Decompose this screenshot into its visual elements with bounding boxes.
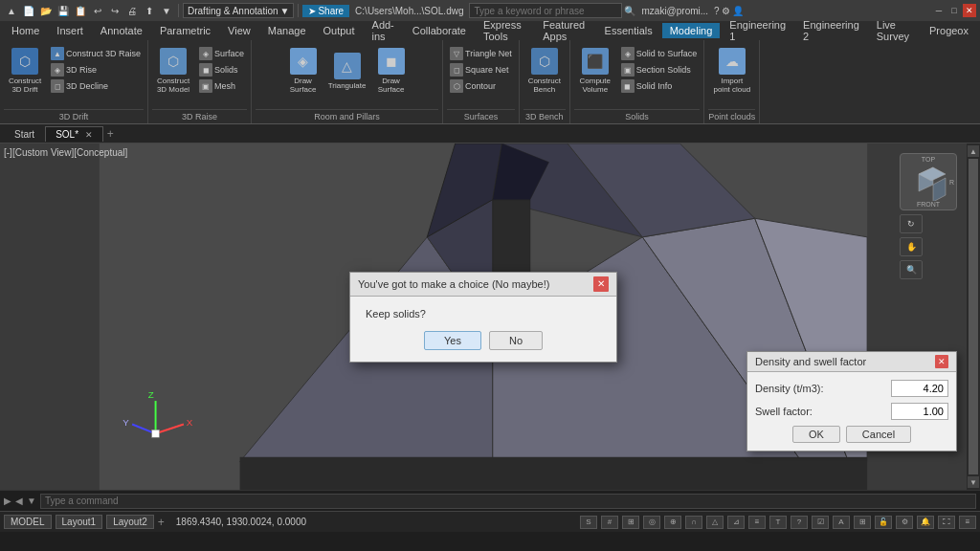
triangulate-btn[interactable]: △ Triangulate [326, 44, 368, 98]
modal-yes-button[interactable]: Yes [424, 331, 481, 350]
tab-start[interactable]: Start [4, 126, 45, 142]
draw-surface2-btn[interactable]: ◼ DrawSurface [370, 44, 412, 98]
publish-btn[interactable]: ⬆ [142, 3, 157, 18]
construct-3d-raise-btn[interactable]: ▲ Construct 3D Raise [48, 46, 144, 61]
surf-s3-btn[interactable]: ⬡ Contour [447, 78, 515, 94]
drift-sub2-btn[interactable]: ◻ 3D Decline [48, 78, 144, 94]
modal-no-button[interactable]: No [489, 331, 543, 350]
menu-insert[interactable]: Insert [49, 23, 91, 38]
osnap-btn[interactable]: ⊕ [664, 516, 681, 529]
3dosnap-btn[interactable]: △ [706, 516, 724, 529]
import-pointcloud-btn[interactable]: ☁ Importpoint cloud [711, 44, 753, 98]
coordinates-display: 1869.4340, 1930.0024, 0.0000 [176, 517, 306, 527]
new-tab-btn[interactable]: + [107, 127, 114, 141]
redo-btn[interactable]: ↪ [107, 3, 122, 18]
menu-progeox[interactable]: Progeox [922, 23, 976, 38]
surf-s2-btn[interactable]: ◻ Square Net [447, 62, 515, 77]
search-input[interactable] [469, 3, 622, 18]
separator-1 [178, 4, 179, 17]
modal-close-button[interactable]: ✕ [593, 276, 609, 292]
cmd-nav-icon[interactable]: ◀ [15, 496, 23, 506]
scroll-down-btn[interactable]: ▼ [968, 476, 979, 488]
anno-btn[interactable]: A [833, 516, 850, 529]
otrack-btn[interactable]: ∩ [685, 516, 702, 529]
command-prefix-icon: ▶ [4, 496, 11, 506]
hw-btn[interactable]: ⚙ [896, 516, 913, 529]
menu-annotate[interactable]: Annotate [93, 23, 150, 38]
dyn-btn[interactable]: ⊿ [727, 516, 745, 529]
sol-s1-btn[interactable]: ◈ Solid to Surface [618, 46, 701, 61]
layout2-tab[interactable]: Layout2 [106, 515, 154, 529]
menu-parametric[interactable]: Parametric [152, 23, 218, 38]
open-btn[interactable]: 📂 [38, 3, 54, 18]
snap-btn[interactable]: S [580, 516, 597, 529]
menu-essentials[interactable]: Essentials [597, 23, 660, 38]
ribbon-col-drift: ▲ Construct 3D Raise ◈ 3D Rise ◻ 3D Decl… [48, 44, 144, 94]
surf-s1-label: Triangle Net [465, 49, 512, 58]
settings-icon[interactable]: ⚙ [722, 6, 730, 16]
maximize-btn[interactable]: □ [947, 4, 961, 17]
custom-btn[interactable]: ≡ [959, 516, 976, 529]
ws-btn[interactable]: ⊞ [854, 516, 871, 529]
drift-sub1-btn[interactable]: ◈ 3D Rise [48, 62, 144, 77]
draw-surface-btn[interactable]: ◈ DrawSurface [282, 44, 324, 98]
help-icon[interactable]: ? [714, 6, 720, 16]
workspace-dropdown[interactable]: Drafting & Annotation ▼ [183, 3, 294, 18]
sol-s3-btn[interactable]: ◼ Solid Info [618, 78, 701, 94]
tp-btn[interactable]: T [769, 516, 787, 529]
ortho-btn[interactable]: ⊞ [622, 516, 639, 529]
search-icon[interactable]: 🔍 [624, 6, 635, 16]
compute-volume-btn[interactable]: ⬛ ComputeVolume [574, 44, 616, 98]
share-button[interactable]: ➤ Share [302, 5, 349, 17]
sol-s2-btn[interactable]: ▣ Section Solids [618, 62, 701, 77]
draw-surface2-icon: ◼ [378, 48, 405, 75]
scroll-thumb[interactable] [969, 159, 978, 474]
print-btn[interactable]: 🖨 [124, 3, 140, 18]
app-menu-btn[interactable]: ▲ [4, 3, 19, 18]
model-tab[interactable]: MODEL [4, 515, 52, 529]
raise-sub2-btn[interactable]: ◼ Solids [196, 62, 247, 77]
undo-btn[interactable]: ↩ [90, 3, 105, 18]
modal-dialog: You've got to make a choice (No maybe!) … [349, 272, 617, 363]
notify-btn[interactable]: 🔔 [917, 516, 934, 529]
save-as-btn[interactable]: 📋 [73, 3, 88, 18]
tab-sol[interactable]: SOL* ✕ [45, 126, 103, 142]
raise-sub1-btn[interactable]: ◈ Surface [196, 46, 247, 61]
scroll-up-btn[interactable]: ▲ [968, 145, 979, 157]
layout1-tab[interactable]: Layout1 [56, 515, 103, 529]
raise-sub3-btn[interactable]: ▣ Mesh [196, 78, 247, 94]
fullscreen-btn[interactable]: ⛶ [938, 516, 955, 529]
main-area: [-][Custom View][Conceptual] [0, 143, 980, 490]
surf-s1-btn[interactable]: ▽ Triangle Net [447, 46, 515, 61]
polar-btn[interactable]: ◎ [643, 516, 660, 529]
tab-sol-close[interactable]: ✕ [85, 130, 93, 140]
grid-btn[interactable]: # [601, 516, 618, 529]
construct-3d-model-btn[interactable]: ⬡ Construct3D Model [152, 44, 194, 98]
construct-bench-btn[interactable]: ⬡ ConstructBench [523, 44, 566, 98]
tab-sol-label: SOL* [56, 129, 78, 140]
lw-btn[interactable]: ≡ [748, 516, 766, 529]
surf-s2-icon: ◻ [450, 63, 463, 77]
new-btn[interactable]: 📄 [21, 3, 36, 18]
menu-collaborate[interactable]: Collaborate [405, 23, 474, 38]
draw-surface2-label: DrawSurface [378, 77, 405, 94]
ribbon-col-solids: ◈ Solid to Surface ▣ Section Solids ◼ So… [618, 44, 701, 94]
menu-modeling[interactable]: Modeling [662, 23, 721, 38]
more-btn[interactable]: ▼ [159, 3, 174, 18]
menu-home[interactable]: Home [4, 23, 47, 38]
lock-btn[interactable]: 🔓 [875, 516, 892, 529]
account-icon[interactable]: 👤 [732, 6, 744, 16]
viewport-scrollbar: ▲ ▼ [967, 143, 980, 490]
menu-output[interactable]: Output [316, 23, 363, 38]
close-btn[interactable]: ✕ [963, 4, 976, 17]
add-layout-btn[interactable]: + [158, 516, 165, 529]
construct-3d-drift-btn[interactable]: ⬡ Construct3D Drift [4, 44, 46, 98]
menu-manage[interactable]: Manage [260, 23, 314, 38]
cmd-down-icon[interactable]: ▼ [27, 496, 36, 506]
sel-btn[interactable]: ☑ [812, 516, 829, 529]
save-btn[interactable]: 💾 [56, 3, 71, 18]
command-input[interactable] [40, 494, 976, 509]
qp-btn[interactable]: ? [791, 516, 808, 529]
menu-view[interactable]: View [220, 23, 258, 38]
minimize-btn[interactable]: ─ [932, 4, 946, 17]
